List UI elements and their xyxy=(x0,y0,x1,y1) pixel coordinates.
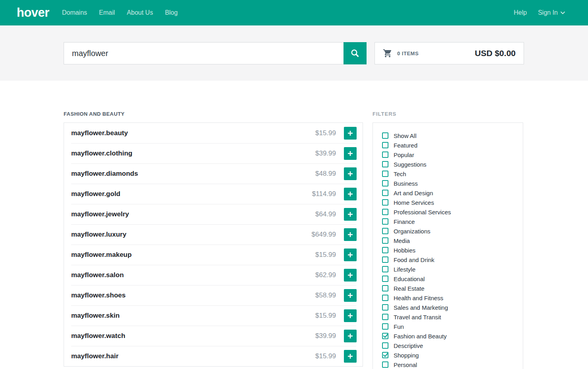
checkbox-icon[interactable] xyxy=(382,276,388,282)
hover-logo[interactable]: hover xyxy=(17,6,49,20)
filter-checkbox-row[interactable]: Food and Drink xyxy=(382,255,515,264)
filter-checkbox-row[interactable]: Shopping xyxy=(382,350,515,360)
checkbox-icon[interactable] xyxy=(382,295,388,301)
checkbox-icon[interactable] xyxy=(382,342,388,349)
domain-name: mayflower.shoes xyxy=(71,291,126,299)
checkbox-icon[interactable] xyxy=(382,304,388,311)
add-to-cart-button[interactable] xyxy=(344,147,357,160)
checkbox-icon[interactable] xyxy=(382,333,388,339)
filter-checkbox-row[interactable]: Tech xyxy=(382,169,515,179)
search-input[interactable] xyxy=(64,42,343,64)
filter-label: Popular xyxy=(394,151,414,158)
add-to-cart-button[interactable] xyxy=(344,309,357,322)
filter-checkbox-row[interactable]: Educational xyxy=(382,274,515,284)
checkbox-icon[interactable] xyxy=(382,361,388,368)
filter-checkbox-row[interactable]: Art and Design xyxy=(382,188,515,198)
checkbox-icon[interactable] xyxy=(382,285,388,291)
filter-checkbox-row[interactable]: Business xyxy=(382,179,515,188)
main-content: FASHION AND BEAUTY mayflower.beauty $15.… xyxy=(0,81,588,369)
plus-icon xyxy=(347,353,353,359)
domain-name: mayflower.luxury xyxy=(71,231,126,239)
search-button[interactable] xyxy=(343,42,367,64)
filter-checkbox-row[interactable]: Personal xyxy=(382,360,515,369)
checkbox-icon[interactable] xyxy=(382,161,388,167)
filter-checkbox-row[interactable]: Lifestyle xyxy=(382,264,515,274)
domain-name: mayflower.clothing xyxy=(71,150,132,157)
checkbox-icon[interactable] xyxy=(382,323,388,330)
domain-price: $62.99 xyxy=(315,271,336,279)
signin-menu[interactable]: Sign In xyxy=(538,9,565,16)
checkbox-icon[interactable] xyxy=(382,171,388,177)
domain-price: $15.99 xyxy=(315,251,336,259)
filter-checkbox-row[interactable]: Sales and Marketing xyxy=(382,303,515,312)
add-to-cart-button[interactable] xyxy=(344,350,357,363)
filter-checkbox-row[interactable]: Descriptive xyxy=(382,341,515,350)
checkbox-icon[interactable] xyxy=(382,266,388,272)
filter-checkbox-row[interactable]: Finance xyxy=(382,217,515,226)
nav-link[interactable]: Blog xyxy=(165,9,178,16)
nav-right: Help Sign In xyxy=(514,9,565,16)
checkbox-icon[interactable] xyxy=(382,190,388,196)
filter-checkbox-row[interactable]: Health and Fitness xyxy=(382,293,515,303)
domain-price: $15.99 xyxy=(315,129,336,137)
domain-price: $48.99 xyxy=(315,170,336,178)
filter-checkbox-row[interactable]: Show All xyxy=(382,131,515,140)
filter-checkbox-row[interactable]: Suggestions xyxy=(382,159,515,169)
filter-checkbox-row[interactable]: Travel and Transit xyxy=(382,312,515,322)
filter-label: Finance xyxy=(394,218,415,225)
checkbox-icon[interactable] xyxy=(382,199,388,206)
domain-name: mayflower.gold xyxy=(71,190,120,198)
checkbox-icon[interactable] xyxy=(382,180,388,186)
add-to-cart-button[interactable] xyxy=(344,269,357,282)
checkbox-icon[interactable] xyxy=(382,218,388,225)
add-to-cart-button[interactable] xyxy=(344,127,357,140)
domain-price: $64.99 xyxy=(315,210,336,218)
checkbox-icon[interactable] xyxy=(382,256,388,263)
filter-checkbox-row[interactable]: Organizations xyxy=(382,226,515,236)
checkbox-icon[interactable] xyxy=(382,352,388,358)
checkbox-icon[interactable] xyxy=(382,151,388,158)
filter-checkbox-row[interactable]: Popular xyxy=(382,150,515,159)
cart-summary[interactable]: 0 ITEMS USD $0.00 xyxy=(375,42,524,64)
filters-column: FILTERS Show All xyxy=(373,111,523,369)
add-to-cart-button[interactable] xyxy=(344,228,357,241)
filter-checkbox-row[interactable]: Real Estate xyxy=(382,284,515,293)
add-to-cart-button[interactable] xyxy=(344,249,357,261)
plus-icon xyxy=(347,211,353,218)
filter-label: Descriptive xyxy=(394,342,423,349)
domain-price: $58.99 xyxy=(315,291,336,299)
filter-checkbox-row[interactable]: Fashion and Beauty xyxy=(382,331,515,341)
checkbox-icon[interactable] xyxy=(382,314,388,320)
domain-name: mayflower.jewelry xyxy=(71,210,129,218)
plus-icon xyxy=(347,252,353,258)
filter-label: Travel and Transit xyxy=(394,314,441,320)
checkbox-icon[interactable] xyxy=(382,209,388,215)
checkbox-icon[interactable] xyxy=(382,132,388,139)
checkbox-icon[interactable] xyxy=(382,142,388,148)
nav-link[interactable]: Email xyxy=(99,9,115,16)
magnifier-icon xyxy=(350,48,360,58)
filter-checkbox-row[interactable]: Professional Services xyxy=(382,207,515,217)
checkbox-icon[interactable] xyxy=(382,247,388,253)
filter-checkbox-row[interactable]: Featured xyxy=(382,140,515,150)
results-column: FASHION AND BEAUTY mayflower.beauty $15.… xyxy=(64,111,363,369)
add-to-cart-button[interactable] xyxy=(344,167,357,180)
filter-checkbox-row[interactable]: Fun xyxy=(382,322,515,331)
domain-name: mayflower.salon xyxy=(71,271,124,279)
filter-label: Fashion and Beauty xyxy=(394,333,446,340)
filter-label: Food and Drink xyxy=(394,256,435,263)
filter-checkbox-row[interactable]: Hobbies xyxy=(382,245,515,255)
add-to-cart-button[interactable] xyxy=(344,208,357,221)
nav-link[interactable]: Domains xyxy=(62,9,87,16)
plus-icon xyxy=(347,191,353,197)
nav-link[interactable]: About Us xyxy=(127,9,153,16)
filter-checkbox-row[interactable]: Home Services xyxy=(382,198,515,207)
filter-checkbox-row[interactable]: Media xyxy=(382,236,515,245)
checkbox-icon[interactable] xyxy=(382,228,388,234)
add-to-cart-button[interactable] xyxy=(344,188,357,200)
add-to-cart-button[interactable] xyxy=(344,330,357,342)
add-to-cart-button[interactable] xyxy=(344,289,357,302)
checkmark-icon xyxy=(382,352,389,358)
help-link[interactable]: Help xyxy=(514,9,527,16)
checkbox-icon[interactable] xyxy=(382,237,388,244)
